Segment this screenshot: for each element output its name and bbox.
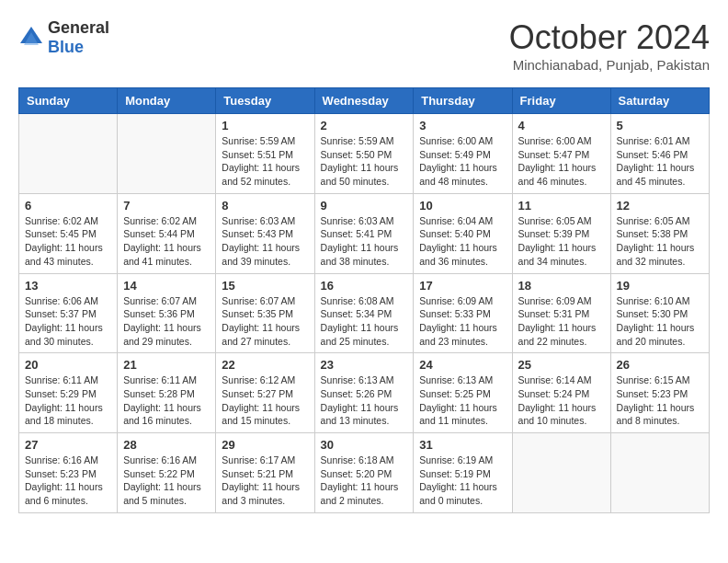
day-info: Sunrise: 6:03 AMSunset: 5:43 PMDaylight:… bbox=[222, 214, 308, 269]
day-number: 8 bbox=[222, 199, 308, 213]
logo-blue: Blue bbox=[48, 38, 84, 56]
day-number: 12 bbox=[617, 199, 703, 213]
logo-general: General bbox=[48, 18, 109, 37]
calendar-cell: 1Sunrise: 5:59 AMSunset: 5:51 PMDaylight… bbox=[216, 114, 314, 194]
calendar-cell: 11Sunrise: 6:05 AMSunset: 5:39 PMDayligh… bbox=[512, 193, 610, 273]
day-number: 24 bbox=[419, 358, 506, 372]
calendar-cell: 21Sunrise: 6:11 AMSunset: 5:28 PMDayligh… bbox=[118, 353, 216, 433]
day-info: Sunrise: 6:16 AMSunset: 5:23 PMDaylight:… bbox=[25, 454, 111, 508]
day-info: Sunrise: 6:05 AMSunset: 5:38 PMDaylight:… bbox=[617, 214, 703, 269]
header-day-friday: Friday bbox=[512, 88, 610, 114]
logo-icon bbox=[18, 25, 44, 51]
day-info: Sunrise: 6:00 AMSunset: 5:49 PMDaylight:… bbox=[419, 134, 506, 189]
calendar-cell: 7Sunrise: 6:02 AMSunset: 5:44 PMDaylight… bbox=[118, 193, 216, 273]
location: Minchianabad, Punjab, Pakistan bbox=[509, 57, 710, 73]
day-info: Sunrise: 6:09 AMSunset: 5:31 PMDaylight:… bbox=[518, 294, 605, 349]
day-number: 13 bbox=[25, 279, 111, 293]
calendar-cell: 22Sunrise: 6:12 AMSunset: 5:27 PMDayligh… bbox=[216, 353, 314, 433]
calendar-cell bbox=[118, 114, 216, 194]
header-day-monday: Monday bbox=[118, 88, 216, 114]
day-info: Sunrise: 6:04 AMSunset: 5:40 PMDaylight:… bbox=[419, 214, 506, 269]
day-info: Sunrise: 6:05 AMSunset: 5:39 PMDaylight:… bbox=[518, 214, 605, 269]
day-info: Sunrise: 6:00 AMSunset: 5:47 PMDaylight:… bbox=[518, 134, 605, 189]
day-number: 20 bbox=[25, 358, 111, 372]
calendar-cell: 24Sunrise: 6:13 AMSunset: 5:25 PMDayligh… bbox=[414, 353, 512, 433]
week-row-2: 6Sunrise: 6:02 AMSunset: 5:45 PMDaylight… bbox=[19, 193, 710, 273]
day-number: 7 bbox=[123, 199, 210, 213]
header-day-thursday: Thursday bbox=[414, 88, 512, 114]
calendar-cell: 30Sunrise: 6:18 AMSunset: 5:20 PMDayligh… bbox=[314, 433, 414, 513]
week-row-5: 27Sunrise: 6:16 AMSunset: 5:23 PMDayligh… bbox=[19, 433, 710, 513]
day-number: 27 bbox=[25, 438, 111, 452]
day-number: 15 bbox=[222, 279, 308, 293]
week-row-3: 13Sunrise: 6:06 AMSunset: 5:37 PMDayligh… bbox=[19, 273, 710, 353]
header-day-saturday: Saturday bbox=[610, 88, 709, 114]
day-number: 6 bbox=[25, 199, 111, 213]
day-number: 31 bbox=[419, 438, 506, 452]
day-info: Sunrise: 6:02 AMSunset: 5:44 PMDaylight:… bbox=[123, 214, 210, 269]
calendar-cell: 5Sunrise: 6:01 AMSunset: 5:46 PMDaylight… bbox=[610, 114, 709, 194]
day-number: 28 bbox=[123, 438, 210, 452]
day-number: 26 bbox=[617, 358, 703, 372]
day-info: Sunrise: 6:13 AMSunset: 5:25 PMDaylight:… bbox=[419, 373, 506, 428]
day-number: 5 bbox=[617, 119, 703, 132]
calendar-body: 1Sunrise: 5:59 AMSunset: 5:51 PMDaylight… bbox=[19, 114, 710, 513]
calendar-cell: 4Sunrise: 6:00 AMSunset: 5:47 PMDaylight… bbox=[512, 114, 610, 194]
day-number: 4 bbox=[518, 119, 605, 132]
calendar-cell: 17Sunrise: 6:09 AMSunset: 5:33 PMDayligh… bbox=[414, 273, 512, 353]
logo-text: General Blue bbox=[48, 18, 109, 57]
day-info: Sunrise: 6:09 AMSunset: 5:33 PMDaylight:… bbox=[419, 294, 506, 349]
calendar-cell: 8Sunrise: 6:03 AMSunset: 5:43 PMDaylight… bbox=[216, 193, 314, 273]
calendar-cell: 2Sunrise: 5:59 AMSunset: 5:50 PMDaylight… bbox=[314, 114, 414, 194]
header-day-tuesday: Tuesday bbox=[216, 88, 314, 114]
day-info: Sunrise: 6:01 AMSunset: 5:46 PMDaylight:… bbox=[617, 134, 703, 189]
calendar-cell: 10Sunrise: 6:04 AMSunset: 5:40 PMDayligh… bbox=[414, 193, 512, 273]
header-day-wednesday: Wednesday bbox=[314, 88, 414, 114]
day-number: 21 bbox=[123, 358, 210, 372]
day-number: 29 bbox=[222, 438, 308, 452]
day-info: Sunrise: 5:59 AMSunset: 5:50 PMDaylight:… bbox=[321, 134, 408, 189]
calendar-cell: 14Sunrise: 6:07 AMSunset: 5:36 PMDayligh… bbox=[118, 273, 216, 353]
logo: General Blue bbox=[18, 18, 109, 57]
day-number: 25 bbox=[518, 358, 605, 372]
calendar-cell: 3Sunrise: 6:00 AMSunset: 5:49 PMDaylight… bbox=[414, 114, 512, 194]
calendar-cell: 18Sunrise: 6:09 AMSunset: 5:31 PMDayligh… bbox=[512, 273, 610, 353]
title-block: October 2024 Minchianabad, Punjab, Pakis… bbox=[509, 18, 710, 73]
day-number: 1 bbox=[222, 119, 308, 132]
day-info: Sunrise: 6:16 AMSunset: 5:22 PMDaylight:… bbox=[123, 454, 210, 508]
day-info: Sunrise: 6:03 AMSunset: 5:41 PMDaylight:… bbox=[321, 214, 408, 269]
day-number: 30 bbox=[321, 438, 408, 452]
day-info: Sunrise: 6:07 AMSunset: 5:35 PMDaylight:… bbox=[222, 294, 308, 349]
month-year: October 2024 bbox=[509, 18, 710, 57]
day-info: Sunrise: 6:08 AMSunset: 5:34 PMDaylight:… bbox=[321, 294, 408, 349]
day-info: Sunrise: 6:15 AMSunset: 5:23 PMDaylight:… bbox=[617, 373, 703, 428]
week-row-1: 1Sunrise: 5:59 AMSunset: 5:51 PMDaylight… bbox=[19, 114, 710, 194]
week-row-4: 20Sunrise: 6:11 AMSunset: 5:29 PMDayligh… bbox=[19, 353, 710, 433]
day-info: Sunrise: 5:59 AMSunset: 5:51 PMDaylight:… bbox=[222, 134, 308, 189]
header-day-sunday: Sunday bbox=[19, 88, 118, 114]
calendar-cell: 15Sunrise: 6:07 AMSunset: 5:35 PMDayligh… bbox=[216, 273, 314, 353]
day-number: 9 bbox=[321, 199, 408, 213]
calendar-cell: 6Sunrise: 6:02 AMSunset: 5:45 PMDaylight… bbox=[19, 193, 118, 273]
day-info: Sunrise: 6:11 AMSunset: 5:28 PMDaylight:… bbox=[123, 373, 210, 428]
day-number: 14 bbox=[123, 279, 210, 293]
calendar-cell bbox=[512, 433, 610, 513]
calendar-cell: 23Sunrise: 6:13 AMSunset: 5:26 PMDayligh… bbox=[314, 353, 414, 433]
calendar-cell: 29Sunrise: 6:17 AMSunset: 5:21 PMDayligh… bbox=[216, 433, 314, 513]
day-number: 10 bbox=[419, 199, 506, 213]
day-number: 16 bbox=[321, 279, 408, 293]
day-info: Sunrise: 6:02 AMSunset: 5:45 PMDaylight:… bbox=[25, 214, 111, 269]
calendar-cell: 31Sunrise: 6:19 AMSunset: 5:19 PMDayligh… bbox=[414, 433, 512, 513]
calendar-cell: 16Sunrise: 6:08 AMSunset: 5:34 PMDayligh… bbox=[314, 273, 414, 353]
calendar-cell: 9Sunrise: 6:03 AMSunset: 5:41 PMDaylight… bbox=[314, 193, 414, 273]
calendar-cell: 28Sunrise: 6:16 AMSunset: 5:22 PMDayligh… bbox=[118, 433, 216, 513]
day-info: Sunrise: 6:17 AMSunset: 5:21 PMDaylight:… bbox=[222, 454, 308, 508]
header-row: SundayMondayTuesdayWednesdayThursdayFrid… bbox=[19, 88, 710, 114]
day-number: 11 bbox=[518, 199, 605, 213]
day-info: Sunrise: 6:18 AMSunset: 5:20 PMDaylight:… bbox=[321, 454, 408, 508]
day-number: 3 bbox=[419, 119, 506, 132]
calendar-table: SundayMondayTuesdayWednesdayThursdayFrid… bbox=[18, 87, 710, 513]
calendar-cell: 27Sunrise: 6:16 AMSunset: 5:23 PMDayligh… bbox=[19, 433, 118, 513]
calendar-cell: 19Sunrise: 6:10 AMSunset: 5:30 PMDayligh… bbox=[610, 273, 709, 353]
day-number: 19 bbox=[617, 279, 703, 293]
